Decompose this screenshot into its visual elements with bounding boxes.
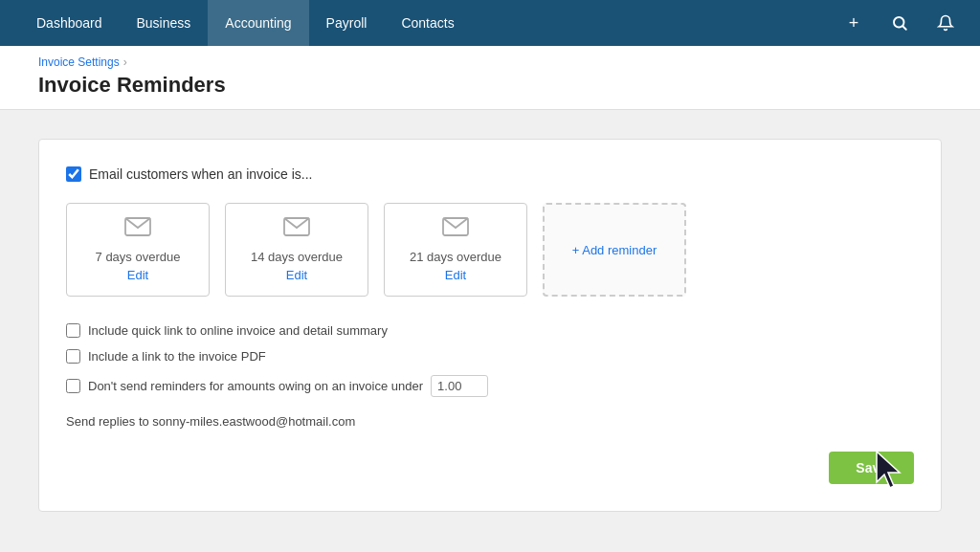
save-button[interactable]: Save [829, 452, 914, 484]
navbar-link-contacts[interactable]: Contacts [384, 0, 471, 46]
options-section: Include quick link to online invoice and… [66, 323, 914, 397]
reminder-card-3: 21 days overdueEdit [384, 203, 527, 297]
main-content: Email customers when an invoice is... 7 … [0, 110, 980, 541]
breadcrumb: Invoice Settings › [38, 55, 942, 69]
navbar-link-payroll[interactable]: Payroll [309, 0, 385, 46]
reminder-card-2: 14 days overdueEdit [225, 203, 368, 297]
save-row: Save [66, 452, 914, 484]
reminder-days-3: 21 days overdue [410, 250, 501, 264]
search-button[interactable] [884, 8, 915, 38]
option-checkbox-3[interactable] [66, 379, 80, 393]
option-checkbox-1[interactable] [66, 323, 80, 338]
email-customers-label: Email customers when an invoice is... [89, 166, 312, 182]
svg-line-1 [902, 26, 905, 29]
reminder-days-2: 14 days overdue [251, 250, 343, 264]
navbar: DashboardBusinessAccountingPayrollContac… [0, 0, 980, 46]
breadcrumb-separator: › [123, 55, 127, 69]
email-customers-checkbox[interactable] [66, 166, 81, 182]
navbar-link-accounting[interactable]: Accounting [208, 0, 308, 46]
option-row-2: Include a link to the invoice PDF [66, 349, 914, 364]
option-row-3: Don't send reminders for amounts owing o… [66, 375, 914, 397]
reminder-days-1: 7 days overdue [96, 250, 181, 264]
option-label-3: Don't send reminders for amounts owing o… [88, 379, 423, 393]
add-reminder-card[interactable]: + Add reminder [543, 203, 686, 297]
option-checkbox-2[interactable] [66, 349, 80, 364]
reminders-row: 7 days overdueEdit 14 days overdueEdit 2… [66, 203, 914, 297]
breadcrumb-area: Invoice Settings › Invoice Reminders [0, 46, 980, 110]
email-checkbox-row: Email customers when an invoice is... [66, 166, 914, 182]
mail-icon [442, 217, 469, 242]
reminder-edit-1[interactable]: Edit [127, 268, 148, 282]
mail-icon [124, 217, 151, 242]
reminder-edit-3[interactable]: Edit [445, 268, 466, 282]
navbar-link-dashboard[interactable]: Dashboard [19, 0, 120, 46]
navbar-actions: + [838, 8, 961, 38]
breadcrumb-parent[interactable]: Invoice Settings [38, 55, 120, 69]
option-row-1: Include quick link to online invoice and… [66, 323, 914, 338]
add-button[interactable]: + [838, 8, 869, 38]
bell-button[interactable] [930, 8, 961, 38]
mail-icon [283, 217, 310, 242]
settings-card: Email customers when an invoice is... 7 … [38, 139, 942, 512]
reminder-card-1: 7 days overdueEdit [66, 203, 210, 297]
reply-email: Send replies to sonny-miles.eastwood@hot… [66, 414, 914, 429]
option-label-1: Include quick link to online invoice and… [88, 323, 388, 338]
add-reminder-label: + Add reminder [572, 243, 657, 257]
navbar-links: DashboardBusinessAccountingPayrollContac… [19, 0, 838, 46]
navbar-link-business[interactable]: Business [120, 0, 209, 46]
page-title: Invoice Reminders [38, 73, 942, 109]
option-input-3[interactable] [431, 375, 488, 397]
option-label-2: Include a link to the invoice PDF [88, 349, 266, 364]
reminder-edit-2[interactable]: Edit [286, 268, 307, 282]
